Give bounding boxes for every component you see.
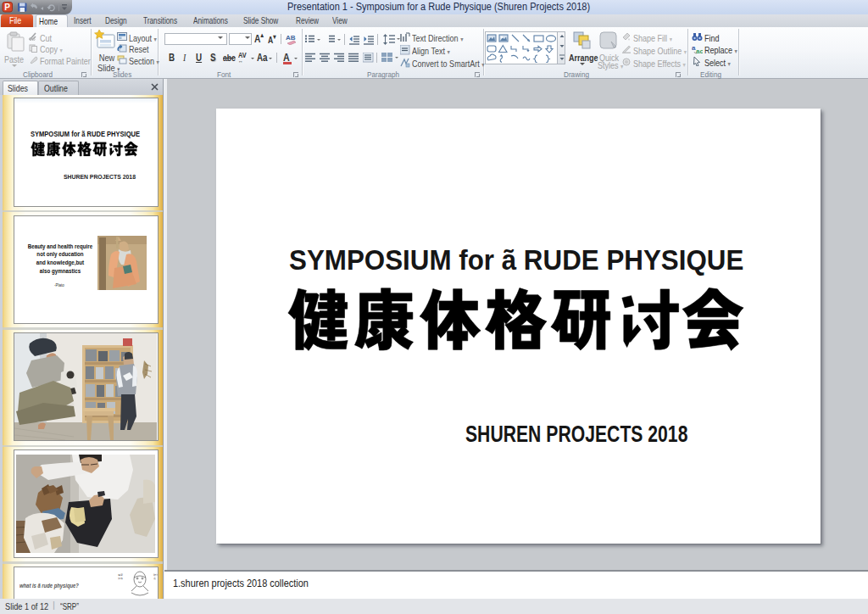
svg-text:会: 会 xyxy=(153,577,156,580)
svg-text:体格: 体格 xyxy=(118,577,123,580)
svg-text:ac: ac xyxy=(696,47,703,54)
svg-text:AB: AB xyxy=(286,34,296,42)
svg-text:P: P xyxy=(4,3,10,12)
